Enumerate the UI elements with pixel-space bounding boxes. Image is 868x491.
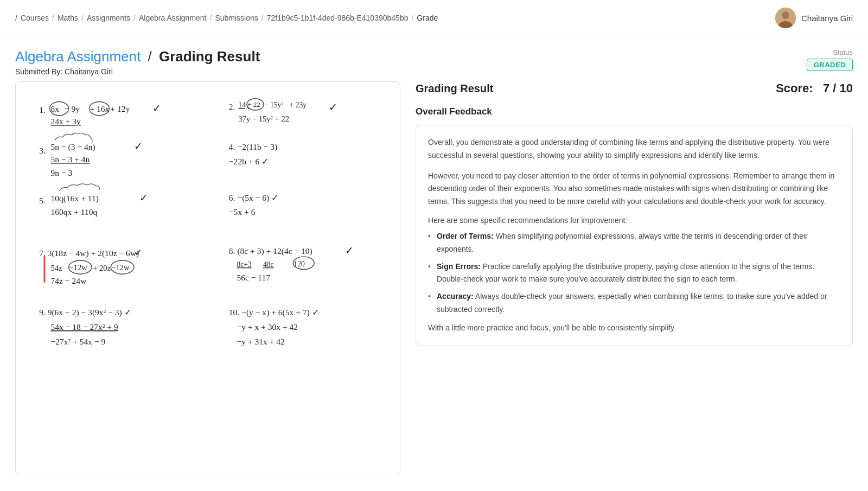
grading-panel-title: Grading Result [416, 82, 493, 95]
svg-text:✓: ✓ [139, 192, 148, 203]
svg-text:−22b + 6  ✓: −22b + 6 ✓ [229, 157, 269, 166]
svg-text:−12w: −12w [69, 263, 88, 272]
assignment-link[interactable]: Algebra Assignment [15, 48, 141, 65]
svg-text:9.  9(6x − 2) − 3(9x² − 3)  ✓: 9. 9(6x − 2) − 3(9x² − 3) ✓ [39, 308, 131, 317]
svg-text:8.  (8c + 3) + 12(4c − 10): 8. (8c + 3) + 12(4c − 10) [229, 246, 312, 256]
svg-text:✓: ✓ [329, 101, 337, 113]
feedback-para-3: With a little more practice and focus, y… [428, 322, 840, 335]
svg-text:8x: 8x [51, 104, 60, 113]
submission-panel: 1. 8x − 9y + 16x + 12y ✓ 24x + 3y 2. 14y… [15, 81, 400, 475]
score-label: Score: [776, 81, 813, 95]
svg-text:6.  −(5x − 6)  ✓: 6. −(5x − 6) ✓ [229, 193, 278, 203]
breadcrumb: / Courses / Maths / Assignments / Algebr… [15, 14, 438, 22]
breadcrumb-sep-3: / [133, 14, 136, 22]
breadcrumb-assignments[interactable]: Assignments [87, 14, 130, 22]
svg-text:− 9y: − 9y [65, 104, 80, 113]
svg-text:48c: 48c [263, 260, 274, 269]
breadcrumb-sep-1: / [52, 14, 54, 22]
breadcrumb-sep-6: / [411, 14, 413, 22]
grading-panel: Grading Result Score: 7 / 10 Overall Fee… [400, 81, 853, 475]
grading-result-title: Grading Result [159, 48, 260, 65]
svg-text:9n − 3: 9n − 3 [51, 168, 73, 177]
breadcrumb-sep-4: / [210, 14, 212, 22]
svg-point-1 [782, 11, 789, 19]
main-content: 1. 8x − 9y + 16x + 12y ✓ 24x + 3y 2. 14y… [0, 81, 868, 490]
score-value: 7 / 10 [823, 81, 853, 95]
svg-text:−5x + 6: −5x + 6 [229, 207, 256, 216]
feedback-item-accuracy-title: Accuracy: [437, 292, 474, 301]
feedback-item-signs-text: Practice carefully applying the distribu… [437, 262, 814, 284]
svg-text:5.: 5. [39, 196, 46, 205]
avatar [775, 8, 796, 28]
feedback-para-1: Overall, you demonstrate a good understa… [428, 136, 840, 162]
svg-text:1.: 1. [39, 105, 46, 114]
svg-text:5n − 3 + 4n: 5n − 3 + 4n [51, 155, 90, 164]
feedback-card: Overall, you demonstrate a good understa… [416, 125, 853, 346]
svg-text:3.: 3. [39, 146, 46, 155]
page-title-area: Algebra Assignment / Grading Result Subm… [15, 48, 260, 76]
svg-text:+ 23y: + 23y [290, 101, 307, 109]
feedback-list-item-signs: Sign Errors: Practice carefully applying… [428, 260, 840, 286]
svg-text:56c − 117: 56c − 117 [237, 273, 270, 282]
feedback-item-accuracy-text: Always double-check your answers, especi… [437, 292, 827, 314]
feedback-para-2: However, you need to pay closer attentio… [428, 170, 840, 208]
svg-text:74z − 24w: 74z − 24w [51, 276, 87, 285]
breadcrumb-maths[interactable]: Maths [58, 14, 78, 22]
svg-text:✓: ✓ [152, 103, 161, 114]
breadcrumb-current: Grade [417, 14, 438, 22]
feedback-list-item-order: Order of Terms: When simplifying polynom… [428, 230, 840, 256]
svg-text:54x − 18 − 27x² + 9: 54x − 18 − 27x² + 9 [51, 322, 118, 331]
feedback-list-item-accuracy: Accuracy: Always double-check your answe… [428, 290, 840, 316]
svg-text:+ 22: + 22 [248, 101, 260, 109]
svg-text:+ 12y: + 12y [110, 104, 130, 113]
svg-text:37y − 15y² + 22: 37y − 15y² + 22 [238, 114, 289, 123]
svg-text:−y + 31x + 42: −y + 31x + 42 [237, 337, 284, 346]
svg-text:7.  3(18z − 4w) + 2(10z − 6w): 7. 3(18z − 4w) + 2(10z − 6w) [39, 248, 139, 258]
svg-text:✓: ✓ [134, 247, 143, 258]
header: / Courses / Maths / Assignments / Algebr… [0, 0, 868, 36]
submitted-by: Submitted By: Chaitanya Giri [15, 67, 260, 76]
feedback-item-signs-title: Sign Errors: [437, 262, 481, 271]
svg-text:−12w: −12w [111, 263, 130, 272]
svg-text:2.: 2. [229, 102, 235, 111]
svg-text:+ 20z: + 20z [93, 264, 111, 272]
feedback-item-order-title: Order of Terms: [437, 232, 494, 240]
svg-text:✓: ✓ [345, 245, 354, 256]
breadcrumb-submission-id[interactable]: 72f1b9c5-1b1f-4ded-986b-E410390b45bb [267, 14, 409, 22]
svg-text:160qx + 110q: 160qx + 110q [51, 207, 98, 216]
svg-text:10q(16x + 11): 10q(16x + 11) [51, 194, 99, 203]
user-name: Chaitanya Giri [801, 14, 853, 23]
svg-text:4.  −2(11b − 3): 4. −2(11b − 3) [229, 142, 277, 152]
svg-text:120: 120 [293, 260, 305, 268]
title-slash: / [148, 48, 155, 65]
grading-header: Grading Result Score: 7 / 10 [416, 81, 853, 95]
svg-text:−y + x + 30x + 42: −y + x + 30x + 42 [237, 322, 298, 331]
breadcrumb-courses[interactable]: Courses [21, 14, 49, 22]
svg-text:5n − (3 − 4n): 5n − (3 − 4n) [51, 142, 95, 152]
page-title: Algebra Assignment / Grading Result [15, 48, 260, 65]
status-label: Status [807, 48, 853, 56]
score-display: Score: 7 / 10 [776, 81, 853, 95]
breadcrumb-sep-2: / [81, 14, 84, 22]
breadcrumb-submissions[interactable]: Submissions [215, 14, 258, 22]
overall-feedback-heading: Overall Feedback [416, 106, 853, 117]
status-area: Status GRADED [807, 48, 853, 71]
svg-text:24x + 3y: 24x + 3y [51, 117, 81, 126]
status-badge: GRADED [807, 59, 853, 71]
page-header: Algebra Assignment / Grading Result Subm… [0, 36, 868, 81]
submitted-by-label: Submitted By: [15, 67, 62, 76]
svg-text:−27x² + 54x − 9: −27x² + 54x − 9 [51, 337, 106, 346]
submitted-by-name: Chaitanya Giri [65, 67, 113, 76]
breadcrumb-separator-start: / [15, 14, 17, 22]
breadcrumb-algebra-assignment[interactable]: Algebra Assignment [139, 14, 207, 22]
svg-text:10.  −(y − x) + 6(5x + 7)  ✓: 10. −(y − x) + 6(5x + 7) ✓ [229, 308, 319, 317]
svg-text:✓: ✓ [134, 141, 143, 152]
submission-svg: 1. 8x − 9y + 16x + 12y ✓ 24x + 3y 2. 14y… [24, 93, 391, 462]
svg-text:8c+3: 8c+3 [237, 260, 251, 269]
svg-text:54z: 54z [51, 264, 63, 272]
svg-text:− 15y²: − 15y² [264, 101, 284, 109]
breadcrumb-sep-5: / [261, 14, 264, 22]
user-info[interactable]: Chaitanya Giri [775, 8, 853, 28]
recommendations-intro: Here are some specific recommendations f… [428, 216, 840, 225]
feedback-list: Order of Terms: When simplifying polynom… [428, 230, 840, 316]
